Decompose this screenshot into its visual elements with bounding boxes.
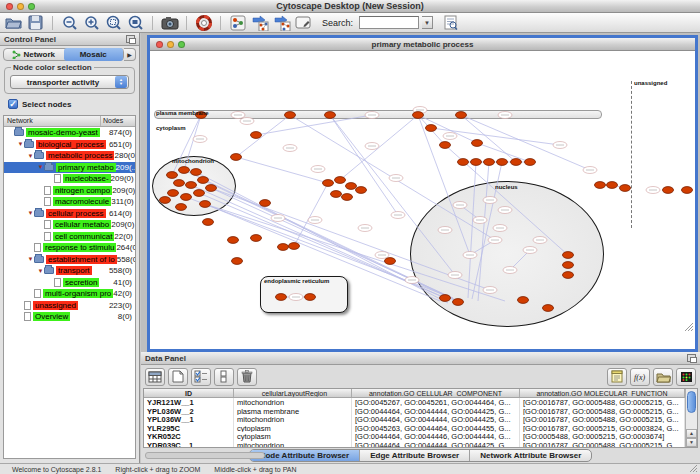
expand-triangle-icon[interactable]: ▼ — [37, 164, 44, 170]
select-nodes-checkbox[interactable]: ✓ — [8, 99, 18, 109]
open-file-icon[interactable] — [4, 14, 23, 31]
network-node[interactable] — [426, 125, 437, 132]
tree-column-nodes[interactable]: Nodes — [101, 116, 135, 126]
network-node[interactable] — [595, 182, 606, 189]
table-cell[interactable]: YJR121W__1 — [144, 398, 234, 407]
table-row[interactable]: YPL036W__2plasma membrane[GO:0044464, GO… — [144, 407, 685, 416]
new-attribute-icon[interactable] — [168, 368, 188, 386]
network-node[interactable] — [356, 187, 367, 194]
tree-row-label[interactable]: response to stimulu — [43, 243, 116, 252]
table-cell[interactable]: [GO:0045267, GO:0045261, GO:0044464, G..… — [352, 398, 520, 407]
network-node[interactable] — [413, 112, 424, 119]
network-node[interactable] — [251, 235, 262, 242]
tree-column-network[interactable]: Network — [4, 116, 101, 126]
tree-row[interactable]: ▼cellular process614(0) — [4, 208, 135, 220]
network-node[interactable] — [168, 190, 179, 197]
import-attributes-folder-icon[interactable] — [653, 368, 673, 386]
node-color-dropdown[interactable]: transporter activity ▲▼ — [10, 75, 129, 89]
apply-layout-icon[interactable] — [250, 14, 269, 31]
column-header[interactable]: ID — [144, 389, 234, 397]
network-node[interactable] — [325, 112, 336, 119]
tree-row-label[interactable]: biological_process — [36, 140, 106, 149]
search-input[interactable] — [359, 16, 419, 29]
apply-layout-alt-icon[interactable] — [272, 14, 291, 31]
column-header[interactable]: annotation.GO CELLULAR_COMPONENT — [352, 389, 520, 397]
network-node[interactable] — [174, 180, 185, 187]
zoom-selected-region-icon[interactable] — [104, 14, 123, 31]
expand-triangle-icon[interactable]: ▼ — [17, 141, 24, 147]
network-view-window[interactable]: primary metabolic process plasma membran… — [147, 35, 698, 352]
network-node[interactable] — [203, 219, 214, 226]
attribute-matrix-icon[interactable] — [676, 368, 696, 386]
tree-row-label[interactable]: macromolecule — [53, 197, 111, 206]
network-node[interactable] — [440, 142, 451, 149]
network-node[interactable] — [194, 190, 205, 197]
zoom-in-icon[interactable] — [82, 14, 101, 31]
network-node[interactable] — [167, 172, 178, 179]
network-node[interactable] — [251, 132, 262, 139]
network-node[interactable] — [456, 112, 467, 119]
scroll-down-button[interactable]: ▼ — [686, 438, 697, 447]
network-node[interactable] — [176, 204, 187, 211]
network-node[interactable] — [525, 159, 536, 166]
network-node[interactable] — [198, 177, 209, 184]
tree-row[interactable]: Overview8(0) — [4, 311, 135, 323]
table-cell[interactable]: YPL036W__1 — [144, 415, 234, 424]
unselect-attributes-icon[interactable] — [214, 368, 234, 386]
table-cell[interactable]: [GO:0016787, GO:0005215, GO:0003824, G..… — [520, 424, 685, 433]
table-cell[interactable]: YLR295C — [144, 424, 234, 433]
tree-row[interactable]: ▼biological_process651(0) — [4, 139, 135, 151]
network-node[interactable] — [484, 159, 495, 166]
network-node[interactable] — [186, 182, 197, 189]
expand-triangle-icon[interactable]: ▼ — [27, 153, 34, 159]
tree-row-label[interactable]: transport — [56, 266, 92, 275]
table-cell[interactable]: [GO:0044464, GO:0044444, GO:0044425, G..… — [352, 441, 520, 447]
network-node[interactable] — [563, 262, 574, 269]
network-node[interactable] — [200, 201, 211, 208]
tree-row-label[interactable]: metabolic process — [46, 151, 114, 160]
network-node[interactable] — [563, 272, 574, 279]
tree-row[interactable]: multi-organism pro42(0) — [4, 288, 135, 300]
scrollbar-thumb[interactable] — [687, 391, 696, 413]
network-node[interactable] — [607, 182, 618, 189]
network-node[interactable] — [181, 194, 192, 201]
network-node[interactable] — [179, 167, 190, 174]
tree-row-label[interactable]: establishment of lo — [46, 255, 117, 264]
table-cell[interactable]: YKR052C — [144, 432, 234, 441]
network-node[interactable] — [682, 187, 693, 194]
attribute-table-icon[interactable] — [145, 368, 165, 386]
table-row[interactable]: YDR039C__1mitochondrion[GO:0044464, GO:0… — [144, 441, 685, 447]
tree-row[interactable]: nucleobase-209(0) — [4, 173, 135, 185]
network-edge[interactable] — [478, 162, 489, 301]
tab-mosaic[interactable]: Mosaic — [64, 48, 124, 61]
tree-row[interactable]: response to stimulu264(0) — [4, 242, 135, 254]
tree-row-label[interactable]: cell communicat — [53, 232, 114, 241]
search-dropdown-arrow[interactable]: ▼ — [422, 16, 433, 29]
tree-row[interactable]: macromolecule311(0) — [4, 196, 135, 208]
table-vertical-scrollbar[interactable]: ▲ ▼ — [685, 389, 697, 447]
zoom-out-icon[interactable] — [60, 14, 79, 31]
tab-node-attribute-browser[interactable]: Node Attribute Browser — [250, 450, 361, 461]
network-node[interactable] — [323, 180, 334, 187]
network-node[interactable] — [278, 244, 289, 251]
float-panel-icon[interactable] — [126, 35, 135, 43]
tree-row-label[interactable]: unassigned — [33, 301, 78, 310]
network-node[interactable] — [563, 252, 574, 259]
table-cell[interactable]: [GO:0016787, GO:0005488, GO:0005215, G..… — [520, 441, 685, 447]
tree-row-label[interactable]: cellular process — [46, 209, 106, 218]
tree-row-label[interactable]: cellular metabo — [53, 220, 111, 229]
tree-row-label[interactable]: multi-organism pro — [43, 289, 113, 298]
attribute-editor-icon[interactable] — [607, 368, 627, 386]
table-cell[interactable]: mitochondrion — [234, 441, 352, 447]
network-node[interactable] — [543, 305, 554, 312]
table-cell[interactable]: plasma membrane — [234, 407, 352, 416]
zoom-fit-icon[interactable] — [126, 14, 145, 31]
network-node[interactable] — [206, 185, 217, 192]
network-node[interactable] — [620, 185, 631, 192]
column-header[interactable]: annotation.GO MOLECULAR_FUNCTION — [520, 389, 685, 397]
network-node[interactable] — [472, 140, 483, 147]
tree-row[interactable]: ▼transport558(0) — [4, 265, 135, 277]
tree-row[interactable]: secretion41(0) — [4, 277, 135, 289]
network-node[interactable] — [331, 191, 342, 198]
network-node[interactable] — [285, 112, 296, 119]
